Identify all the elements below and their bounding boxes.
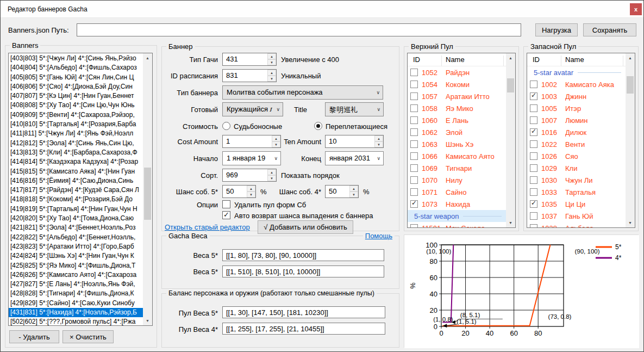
upper-pool-listview[interactable]: ID Name 1052Райдэн1054Кокоми1057Аратаки …	[407, 53, 516, 228]
banners-listbox[interactable]: [403|803] 5*:[Чжун Ли] 4*:[Синь Янь,Рэйз…	[8, 53, 153, 326]
pool-item-checkbox[interactable]	[410, 81, 418, 88]
banner-list-item[interactable]: [404|804] 5*:[Альбедо] 4*:[Фишль,Сахароз	[9, 63, 143, 72]
pool-item-checkbox[interactable]	[530, 152, 537, 160]
pool-item-checkbox[interactable]	[530, 212, 537, 220]
scroll-up-arrow[interactable]: ▲	[626, 53, 635, 63]
spin-up-icon[interactable]: ▲	[247, 186, 255, 192]
pool-item-row[interactable]: 1054Кокоми	[408, 78, 506, 90]
banner-list-item[interactable]: [406|806] 5*:[Сяо] 4*:[Диона,Бэй Доу,Син	[9, 82, 143, 91]
banner-list-item[interactable]: [424|824] 5*:[Шэнь Хэ] 4*:[Нин Гуан,Чун …	[9, 251, 143, 261]
pool-item-row[interactable]: 1062Элой	[408, 126, 506, 138]
pool-item-row[interactable]: 1038Альбедо	[527, 222, 626, 227]
scroll-down-arrow[interactable]: ▼	[143, 316, 152, 325]
pool-item-row[interactable]: 1071Сайно	[408, 186, 506, 198]
scroll-thumb[interactable]	[507, 78, 514, 92]
pool-item-row[interactable]: 1007Люмин	[527, 114, 626, 126]
pool-item-checkbox[interactable]	[410, 200, 418, 208]
spin-up-icon[interactable]: ▲	[374, 135, 383, 141]
banner-list-item[interactable]: [427|827] 5*:[Е Лань] 4*:[Ноэлль,Янь Фэй…	[9, 280, 143, 289]
load-button[interactable]: Нагрузка	[535, 23, 578, 36]
spin-down-icon[interactable]: ▼	[247, 192, 255, 197]
pool-item-checkbox[interactable]	[410, 140, 418, 148]
pool-item-row[interactable]: 1063Шэнь Хэ	[408, 138, 506, 150]
pool-item-checkbox[interactable]	[410, 69, 418, 76]
banner-list-item[interactable]: [411|811] 5*:[Чжун Ли] 4*:[Янь Фэй,Ноэлл	[9, 129, 143, 138]
gacha-type-spinner[interactable]: 431 ▲▼	[222, 53, 277, 66]
pool-item-checkbox[interactable]	[530, 188, 537, 196]
banner-list-item[interactable]: [416|816] 5*:[Ёимия] 4*:[Саю,Диона,Синь	[9, 176, 143, 186]
option-auto-return-checkbox[interactable]	[222, 211, 230, 219]
banner-list-item[interactable]: [418|818] 5*:[Кокоми] 4*:[Розария,Бэй До	[9, 195, 143, 204]
title-combo[interactable]: 黎明巡礼∨	[325, 102, 384, 116]
end-date-picker[interactable]: января 2031∨	[325, 151, 384, 165]
pool-item-checkbox[interactable]	[410, 116, 418, 124]
banner-list-item[interactable]: [409|809] 5*:[Венти] 4*:[Сахароза,Рэйзор…	[9, 110, 143, 120]
option-remove-pool-checkbox[interactable]	[222, 200, 230, 208]
pool-item-checkbox[interactable]	[530, 116, 537, 124]
weights5-input[interactable]	[222, 249, 384, 261]
banner-list-item[interactable]: [412|812] 5*:[Эола] 4*:[Синь Янь,Син Цю,	[9, 139, 143, 148]
pool-item-row[interactable]: 1003Джинн	[527, 90, 626, 102]
pool-item-row[interactable]: 1002Камисато Аяка	[527, 78, 626, 90]
column-header-name[interactable]: Name	[446, 55, 465, 64]
pool-item-checkbox[interactable]	[530, 92, 537, 100]
pool-item-row[interactable]: 1005Итэр	[527, 102, 626, 114]
save-button[interactable]: Сохранять	[583, 23, 636, 36]
banner-list-item[interactable]: [405|805] 5*:[Гань Юй] 4*:[Сян Лин,Син Ц	[9, 73, 143, 82]
prefab-combo[interactable]: Кружащийся л∨	[222, 102, 283, 116]
pool-weights4-input[interactable]	[222, 323, 385, 335]
sort-spinner[interactable]: 969 ▲▼	[222, 169, 277, 182]
banner-list-item[interactable]: [421|821] 5*:[Эола] 4*:[Беннет,Ноэлль,Ро…	[9, 223, 143, 232]
pool-item-checkbox[interactable]	[410, 128, 418, 136]
pool-item-checkbox[interactable]	[530, 104, 537, 112]
pool-item-checkbox[interactable]	[410, 224, 418, 227]
chance4-spinner[interactable]: 50 ▲▼	[325, 185, 359, 198]
pool-item-row[interactable]: 1026Сяо	[527, 150, 626, 162]
banner-list-item[interactable]: [420|820] 5*:[Ху Тао] 4*:[Тома,Диона,Саю	[9, 214, 143, 223]
column-header-id[interactable]: ID	[533, 55, 540, 64]
pool-item-checkbox[interactable]	[410, 164, 418, 172]
delete-banner-button[interactable]: - Удалить	[9, 330, 59, 343]
spin-down-icon[interactable]: ▼	[267, 175, 276, 181]
open-old-editor-link[interactable]: Открыть старый редактор	[165, 223, 250, 231]
banner-list-item[interactable]: [429|829] 5*:[Сайно] 4*:[Саю,Куки Синобу	[9, 299, 143, 308]
pool-item-checkbox[interactable]	[530, 140, 537, 148]
clear-banners-button[interactable]: × Очистить	[62, 330, 114, 343]
pool-item-row[interactable]: 1037Гань Юй	[527, 210, 626, 222]
pool-item-row[interactable]: 1035Ци Ци	[527, 198, 626, 210]
spin-down-icon[interactable]: ▼	[267, 59, 276, 65]
pool-item-checkbox[interactable]	[410, 104, 418, 112]
banner-list-item[interactable]: [414|814] 5*:[Каэдэхара Кадзуха] 4*:[Роз…	[9, 157, 143, 166]
pool-item-checkbox[interactable]	[410, 152, 418, 160]
scroll-thumb[interactable]	[627, 76, 634, 94]
banner-list-item[interactable]: [417|817] 5*:[Райдэн] 4*:[Кудзё Сара,Сян…	[9, 186, 143, 195]
help-link[interactable]: Помощь	[363, 232, 395, 240]
close-button[interactable]: x	[630, 3, 642, 15]
banner-list-item[interactable]: [413|813] 5*:[Кли] 4*:[Барбара,Сахароза,…	[9, 148, 143, 157]
reserve-pool-scrollbar[interactable]: ▲ ▼	[626, 53, 635, 227]
banner-list-item[interactable]: [423|823] 5*:[Аратаки Итто] 4*:[Горо,Бар…	[9, 242, 143, 251]
spin-up-icon[interactable]: ▲	[267, 70, 276, 76]
pool-weights5-input[interactable]	[222, 306, 385, 318]
banner-list-item[interactable]: [502|602] 5*:[???,Громовой пульс] 4*:[Рж…	[9, 317, 143, 325]
banner-list-item[interactable]: [408|808] 5*:[Ху Тао] 4*:[Син Цю,Чун Юнь	[9, 101, 143, 110]
pool-item-row[interactable]: 1016Дилюк	[527, 126, 626, 138]
pool-item-row[interactable]: 1070Нилу	[408, 174, 506, 186]
scroll-up-arrow[interactable]: ▲	[143, 53, 152, 63]
pool-item-row[interactable]: 1057Аратаки Итто	[408, 90, 506, 102]
pool-item-row[interactable]: 11501Меч Сокола	[408, 222, 506, 227]
pool-item-row[interactable]: 1033Тарталья	[527, 186, 626, 198]
upper-pool-header[interactable]: ID Name	[408, 53, 506, 66]
spin-down-icon[interactable]: ▼	[374, 141, 383, 147]
pool-item-checkbox[interactable]	[410, 176, 418, 184]
pool-item-row[interactable]: 1029Кли	[527, 162, 626, 174]
banner-list-item[interactable]: [403|803] 5*:[Чжун Ли] 4*:[Синь Янь,Рэйз…	[9, 54, 143, 63]
scroll-down-arrow[interactable]: ▼	[506, 218, 515, 227]
spin-down-icon[interactable]: ▼	[267, 76, 276, 82]
spin-up-icon[interactable]: ▲	[267, 169, 276, 175]
pool-item-row[interactable]: 1069Тигнари	[408, 162, 506, 174]
banner-list-item[interactable]: [431|831] 5*:[Нахида] 4*:[Ноэлль,Рэйзор,…	[9, 308, 143, 317]
banner-list-item[interactable]: [422|822] 5*:[Альбедо] 4*:[Беннет,Ноэлль…	[9, 233, 143, 242]
scroll-down-arrow[interactable]: ▼	[626, 218, 635, 227]
pool-item-checkbox[interactable]	[530, 81, 537, 88]
